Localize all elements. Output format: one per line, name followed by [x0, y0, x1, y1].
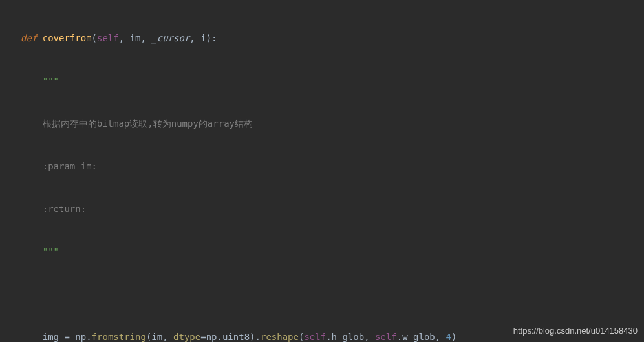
docstring-text: 根据内存中的bitmap读取,转为numpy的array结构	[43, 118, 253, 129]
code-line: """	[5, 244, 644, 259]
function-name: coverfrom	[43, 33, 92, 43]
code-line: :return:	[5, 202, 644, 216]
code-line	[5, 287, 644, 301]
code-line: 根据内存中的bitmap读取,转为numpy的array结构	[5, 116, 644, 131]
docstring-quote: """	[43, 76, 59, 86]
code-line: """	[5, 74, 644, 88]
code-editor[interactable]: def coverfrom(self, im, _cursor, i): """…	[0, 0, 644, 342]
keyword-def: def	[21, 33, 43, 43]
code-line: def coverfrom(self, im, _cursor, i):	[5, 31, 644, 45]
docstring-param: :param im:	[43, 161, 97, 171]
code-line: :param im:	[5, 159, 644, 173]
docstring-return: :return:	[43, 204, 86, 214]
docstring-quote: """	[43, 246, 59, 257]
watermark-text: https://blog.csdn.net/u014158430	[513, 324, 638, 338]
